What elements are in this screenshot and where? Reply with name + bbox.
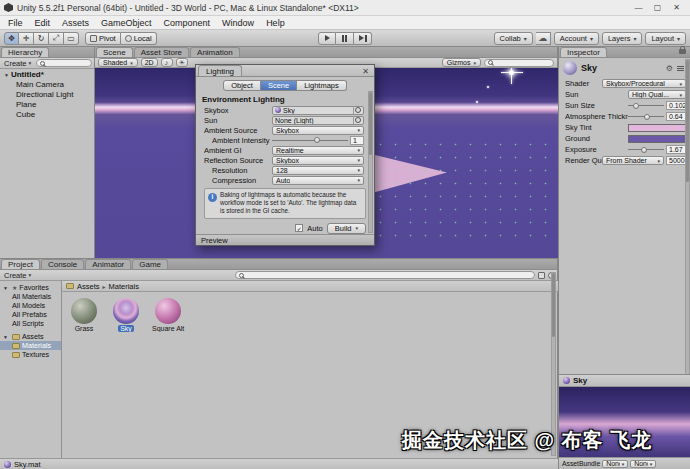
effects-icon[interactable]: ☀ (176, 58, 188, 67)
play-button[interactable] (318, 32, 336, 45)
slider-thumb[interactable] (641, 147, 647, 153)
layers-dropdown[interactable]: Layers (602, 32, 643, 45)
slider-thumb[interactable] (644, 114, 650, 120)
folder-materials[interactable]: Materials (0, 341, 61, 350)
render-queue-dropdown[interactable]: From Shader (602, 156, 664, 165)
account-dropdown[interactable]: Account (554, 32, 599, 45)
fold-arrow-icon[interactable] (4, 70, 11, 79)
slider-thumb[interactable] (633, 103, 639, 109)
menu-window[interactable]: Window (216, 18, 260, 28)
pause-button[interactable] (336, 32, 354, 45)
lock-icon[interactable] (679, 49, 686, 54)
assetbundle-dropdown[interactable]: None (602, 460, 628, 468)
layout-dropdown[interactable]: Layout (645, 32, 686, 45)
lighting-tab-scene[interactable]: Scene (261, 80, 297, 91)
hierarchy-search[interactable] (36, 59, 92, 67)
menu-file[interactable]: File (2, 18, 29, 28)
scene-search[interactable] (484, 59, 554, 67)
lighting-tab[interactable]: Lighting (198, 65, 242, 76)
ambient-intensity-value[interactable]: 1 (350, 136, 364, 145)
project-search[interactable] (235, 271, 535, 279)
local-toggle[interactable]: Local (121, 32, 157, 45)
fold-arrow-icon[interactable] (3, 283, 10, 292)
folder-textures[interactable]: Textures (0, 350, 61, 359)
tab-animator[interactable]: Animator (85, 259, 131, 269)
scrollbar-thumb[interactable] (552, 273, 555, 337)
breadcrumb-assets[interactable]: Assets (77, 282, 100, 291)
compression-dropdown[interactable]: Auto (272, 176, 364, 185)
2d-toggle[interactable]: 2D (141, 58, 158, 67)
resolution-dropdown[interactable]: 128 (272, 166, 364, 175)
tab-console[interactable]: Console (41, 259, 84, 269)
gear-icon[interactable] (666, 63, 673, 73)
scale-tool-icon[interactable]: ⤢ (49, 32, 64, 45)
search-by-type-icon[interactable] (538, 272, 545, 279)
object-picker-icon[interactable] (353, 116, 361, 124)
slider-thumb[interactable] (314, 137, 320, 143)
close-button[interactable]: ✕ (667, 2, 686, 14)
lighting-titlebar[interactable]: Lighting ✕ (196, 65, 374, 77)
rotate-tool-icon[interactable]: ↻ (34, 32, 49, 45)
atmosphere-thickness-value[interactable]: 0.64 (666, 112, 686, 121)
scrollbar-thumb[interactable] (369, 92, 372, 155)
reflection-source-dropdown[interactable]: Skybox (272, 156, 364, 165)
minimize-button[interactable]: — (629, 2, 648, 14)
menu-assets[interactable]: Assets (56, 18, 95, 28)
asset-item-square-alt-2[interactable]: Square Alt 2 (150, 298, 186, 332)
audio-icon[interactable]: ♪ (161, 58, 173, 67)
hand-tool-icon[interactable]: ✥ (4, 32, 19, 45)
tab-game[interactable]: Game (132, 259, 168, 269)
tab-inspector[interactable]: Inspector (560, 47, 607, 57)
lighting-tab-lightmaps[interactable]: Lightmaps (297, 80, 347, 91)
cloud-icon[interactable] (536, 32, 551, 45)
hierarchy-search-input[interactable] (47, 60, 88, 67)
menu-help[interactable]: Help (260, 18, 291, 28)
ambient-gi-dropdown[interactable]: Realtime (272, 146, 364, 155)
sky-tint-color-swatch[interactable] (628, 124, 686, 132)
tab-animation[interactable]: Animation (190, 47, 240, 57)
sun-dropdown[interactable]: High Qual... (628, 90, 686, 99)
hierarchy-item-plane[interactable]: Plane (0, 99, 94, 109)
preview-header[interactable]: Sky (559, 375, 690, 387)
exposure-value[interactable]: 1.67 (666, 145, 686, 154)
favorite-all-scripts[interactable]: All Scripts (0, 319, 61, 328)
hierarchy-item-cube[interactable]: Cube (0, 109, 94, 119)
sun-size-slider[interactable] (628, 101, 664, 110)
assetbundle-variant-dropdown[interactable]: None (630, 460, 656, 468)
assets-root-row[interactable]: Assets (0, 332, 61, 341)
context-menu-icon[interactable] (677, 66, 684, 67)
menu-edit[interactable]: Edit (29, 18, 57, 28)
atmosphere-thickness-slider[interactable] (628, 112, 664, 121)
ambient-source-dropdown[interactable]: Skybox (272, 126, 364, 135)
fold-arrow-icon[interactable] (3, 332, 10, 341)
environment-lighting-header[interactable]: Environment Lighting (196, 93, 374, 105)
tab-project[interactable]: Project (1, 259, 40, 269)
asset-item-sky[interactable]: Sky (108, 298, 144, 332)
scrollbar-thumb[interactable] (686, 60, 689, 182)
favorite-all-materials[interactable]: All Materials (0, 292, 61, 301)
lighting-scrollbar[interactable] (368, 91, 373, 233)
auto-checkbox[interactable] (295, 224, 303, 232)
hierarchy-create-button[interactable]: Create (2, 59, 33, 68)
rect-tool-icon[interactable]: ▭ (64, 32, 79, 45)
scene-root-row[interactable]: Untitled* (0, 69, 94, 79)
collab-dropdown[interactable]: Collab (494, 32, 533, 45)
step-button[interactable] (354, 32, 372, 45)
menu-component[interactable]: Component (158, 18, 217, 28)
build-button[interactable]: Build (327, 223, 366, 234)
ground-color-swatch[interactable] (628, 135, 686, 143)
tab-scene[interactable]: Scene (96, 47, 133, 57)
sun-object-field[interactable]: None (Light) (272, 116, 364, 125)
tab-asset-store[interactable]: Asset Store (134, 47, 189, 57)
project-create-button[interactable]: Create (2, 271, 33, 280)
tab-hierarchy[interactable]: Hierarchy (1, 47, 49, 57)
favorite-all-prefabs[interactable]: All Prefabs (0, 310, 61, 319)
object-picker-icon[interactable] (353, 106, 361, 114)
scene-search-input[interactable] (495, 59, 550, 66)
hierarchy-item-main-camera[interactable]: Main Camera (0, 79, 94, 89)
lighting-preview-bar[interactable]: Preview (196, 234, 374, 245)
lighting-tab-object[interactable]: Object (223, 80, 261, 91)
menu-gameobject[interactable]: GameObject (95, 18, 158, 28)
maximize-button[interactable]: ▢ (648, 2, 667, 14)
hierarchy-item-directional-light[interactable]: Directional Light (0, 89, 94, 99)
